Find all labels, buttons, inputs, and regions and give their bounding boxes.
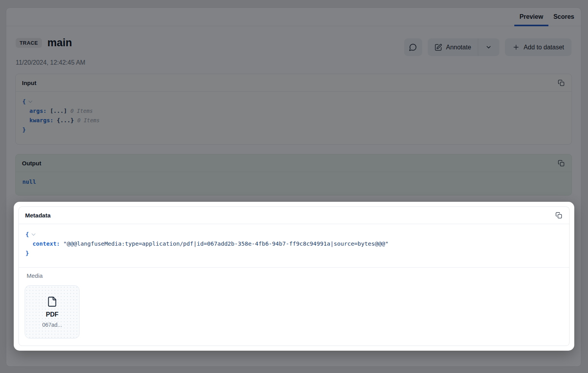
media-section-label: Media <box>27 272 563 279</box>
metadata-spotlight: Metadata { context: "@@@langfuseMedia:ty… <box>14 202 574 351</box>
collapse-chevron-icon[interactable] <box>31 232 35 236</box>
copy-icon <box>555 212 562 219</box>
json-string-value: "@@@langfuseMedia:type=application/pdf|i… <box>64 241 388 247</box>
media-file-type: PDF <box>46 311 58 318</box>
media-pdf-card[interactable]: PDF 067ad... <box>25 285 80 339</box>
copy-metadata-button[interactable] <box>555 211 563 219</box>
media-section: Media PDF 067ad... <box>19 267 569 339</box>
json-open-brace[interactable]: { <box>25 231 29 237</box>
metadata-panel-title: Metadata <box>25 212 51 219</box>
metadata-panel-header: Metadata <box>19 207 569 224</box>
json-close-brace: } <box>25 250 29 256</box>
metadata-json-viewer: { context: "@@@langfuseMedia:type=applic… <box>19 224 569 267</box>
file-icon <box>47 296 58 308</box>
media-file-id: 067ad... <box>42 322 62 328</box>
metadata-panel: Metadata { context: "@@@langfuseMedia:ty… <box>18 206 570 346</box>
json-key: context: <box>33 241 60 247</box>
